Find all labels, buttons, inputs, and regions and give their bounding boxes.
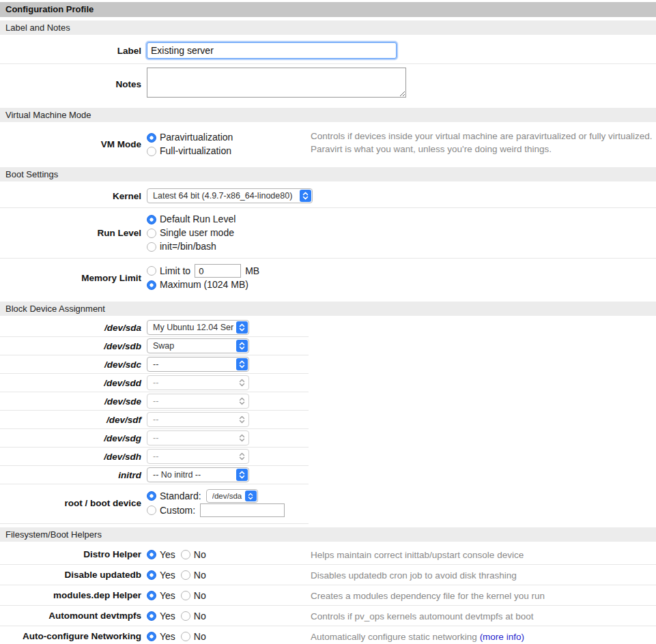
- root-boot-device-label: root / boot device: [0, 498, 141, 508]
- distro-helper-help: Helps maintain correct inittab/upstart c…: [311, 548, 524, 561]
- root-boot-custom-option[interactable]: Custom:: [147, 503, 285, 517]
- vm-mode-full-virtualization-option[interactable]: Full-virtualization: [147, 145, 233, 158]
- automount-yes-radio[interactable]: [147, 611, 156, 621]
- modules-dep-yes-radio[interactable]: [147, 591, 156, 600]
- default-run-level-radio[interactable]: [147, 215, 156, 224]
- dev-sdc-select[interactable]: --: [147, 357, 249, 372]
- paravirtualization-label: Paravirtualization: [160, 131, 233, 144]
- table-row: /dev/sdg --: [0, 429, 309, 448]
- initrd-select[interactable]: -- No initrd --: [147, 467, 249, 482]
- disable-updatedb-label: Disable updatedb: [0, 570, 141, 580]
- automount-help: Controls if pv_ops kernels automount dev…: [311, 609, 533, 622]
- auto-networking-yes-radio[interactable]: [147, 632, 156, 641]
- select-updown-arrows-icon: [236, 432, 248, 444]
- vm-mode-paravirtualization-option[interactable]: Paravirtualization: [147, 131, 233, 144]
- root-boot-standard-option[interactable]: Standard: /dev/sda: [147, 489, 285, 503]
- block-device-table: /dev/sda My Ubuntu 12.04 Server /dev/sdb…: [0, 319, 309, 524]
- auto-networking-no-radio[interactable]: [181, 632, 190, 641]
- custom-root-radio[interactable]: [147, 506, 156, 515]
- memory-maximum-option[interactable]: Maximum (1024 MB): [147, 278, 259, 291]
- notes-row: Notes: [0, 64, 656, 104]
- full-virtualization-label: Full-virtualization: [160, 145, 231, 158]
- notes-textarea[interactable]: [147, 68, 406, 98]
- memory-limit-unit: MB: [245, 265, 259, 278]
- dev-sdb-select[interactable]: Swap: [147, 338, 249, 353]
- standard-root-device-select[interactable]: /dev/sda: [206, 489, 258, 503]
- root-boot-device-row: root / boot device Standard: /dev/sda Cu…: [0, 484, 309, 524]
- distro-helper-row: Distro Helper Yes No Helps maintain corr…: [0, 544, 656, 565]
- vm-mode-row: VM Mode Paravirtualization Full-virtuali…: [0, 125, 656, 164]
- label-field-label: Label: [0, 46, 141, 56]
- select-updown-arrows-icon: [236, 395, 248, 407]
- paravirtualization-radio[interactable]: [147, 133, 156, 143]
- notes-field-label: Notes: [0, 79, 141, 89]
- run-level-default-option[interactable]: Default Run Level: [147, 213, 236, 226]
- distro-helper-label: Distro Helper: [0, 549, 141, 559]
- configuration-profile-page: Configuration Profile Label and Notes La…: [0, 2, 656, 644]
- distro-helper-yes-radio[interactable]: [147, 550, 156, 559]
- init-binbash-radio[interactable]: [147, 242, 156, 252]
- table-row: /dev/sde --: [0, 392, 309, 411]
- table-row: /dev/sdc --: [0, 355, 309, 374]
- custom-root-device-input[interactable]: [200, 503, 285, 517]
- modules-dep-helper-row: modules.dep Helper Yes No Creates a modu…: [0, 585, 656, 606]
- modules-dep-helper-label: modules.dep Helper: [0, 590, 141, 600]
- kernel-row: Kernel Latest 64 bit (4.9.7-x86_64-linod…: [0, 184, 656, 208]
- modules-dep-no-radio[interactable]: [181, 591, 190, 600]
- select-updown-arrows-icon: [236, 340, 248, 352]
- section-header-helpers: Filesystem/Boot Helpers: [0, 527, 656, 542]
- more-info-link[interactable]: (more info): [480, 631, 524, 641]
- distro-helper-no-radio[interactable]: [181, 550, 190, 559]
- table-row: initrd -- No initrd --: [0, 466, 309, 484]
- table-row: /dev/sdb Swap: [0, 337, 309, 355]
- memory-limit-to-option[interactable]: Limit to MB: [147, 264, 259, 278]
- section-header-label-and-notes: Label and Notes: [0, 20, 656, 35]
- dev-sde-select: --: [147, 394, 249, 409]
- full-virtualization-radio[interactable]: [147, 147, 156, 156]
- page-title: Configuration Profile: [0, 2, 656, 17]
- kernel-label: Kernel: [0, 191, 141, 201]
- dev-sdf-select: --: [147, 412, 249, 427]
- section-header-vm-mode: Virtual Machine Mode: [0, 108, 656, 122]
- select-updown-arrows-icon: [245, 491, 257, 501]
- memory-limit-input[interactable]: [195, 264, 241, 278]
- label-row: Label: [0, 38, 656, 64]
- memory-limit-label: Memory Limit: [0, 273, 141, 283]
- select-updown-arrows-icon: [236, 377, 248, 389]
- dev-sda-select[interactable]: My Ubuntu 12.04 Server: [147, 320, 249, 335]
- select-updown-arrows-icon: [236, 358, 248, 370]
- section-header-boot-settings: Boot Settings: [0, 167, 656, 181]
- memory-limit-row: Memory Limit Limit to MB Maximum (1024 M…: [0, 259, 656, 298]
- vm-mode-label: VM Mode: [0, 139, 141, 149]
- select-updown-arrows-icon: [236, 321, 248, 334]
- table-row: /dev/sda My Ubuntu 12.04 Server: [0, 319, 309, 337]
- run-level-init-binbash-option[interactable]: init=/bin/bash: [147, 240, 236, 253]
- dev-sdd-select: --: [147, 375, 249, 390]
- label-input[interactable]: [147, 42, 397, 59]
- automount-devtmpfs-row: Automount devtmpfs Yes No Controls if pv…: [0, 606, 656, 626]
- auto-networking-help: Automatically configure static networkin…: [311, 630, 524, 643]
- dev-sdg-select: --: [147, 430, 249, 445]
- disable-updatedb-yes-radio[interactable]: [147, 570, 156, 580]
- run-level-row: Run Level Default Run Level Single user …: [0, 208, 656, 259]
- table-row: /dev/sdh --: [0, 448, 309, 466]
- maximum-memory-radio[interactable]: [147, 280, 156, 290]
- select-updown-arrows-icon: [236, 413, 248, 426]
- run-level-label: Run Level: [0, 228, 141, 238]
- automount-no-radio[interactable]: [181, 611, 190, 621]
- disable-updatedb-no-radio[interactable]: [181, 570, 190, 580]
- auto-configure-networking-label: Auto-configure Networking: [0, 631, 141, 641]
- limit-to-radio[interactable]: [147, 266, 156, 276]
- vm-mode-help: Controls if devices inside your virtual …: [311, 130, 652, 156]
- select-updown-arrows-icon: [300, 190, 311, 202]
- select-updown-arrows-icon: [236, 450, 248, 463]
- kernel-select[interactable]: Latest 64 bit (4.9.7-x86_64-linode80): [147, 188, 313, 203]
- select-updown-arrows-icon: [236, 469, 248, 481]
- automount-devtmpfs-label: Automount devtmpfs: [0, 611, 141, 621]
- disable-updatedb-row: Disable updatedb Yes No Disables updated…: [0, 565, 656, 585]
- auto-configure-networking-row: Auto-configure Networking Yes No Automat…: [0, 626, 656, 644]
- disable-updatedb-help: Disables updatedb cron job to avoid disk…: [311, 568, 517, 581]
- standard-root-radio[interactable]: [147, 491, 156, 501]
- single-user-mode-radio[interactable]: [147, 229, 156, 238]
- run-level-single-user-option[interactable]: Single user mode: [147, 226, 236, 239]
